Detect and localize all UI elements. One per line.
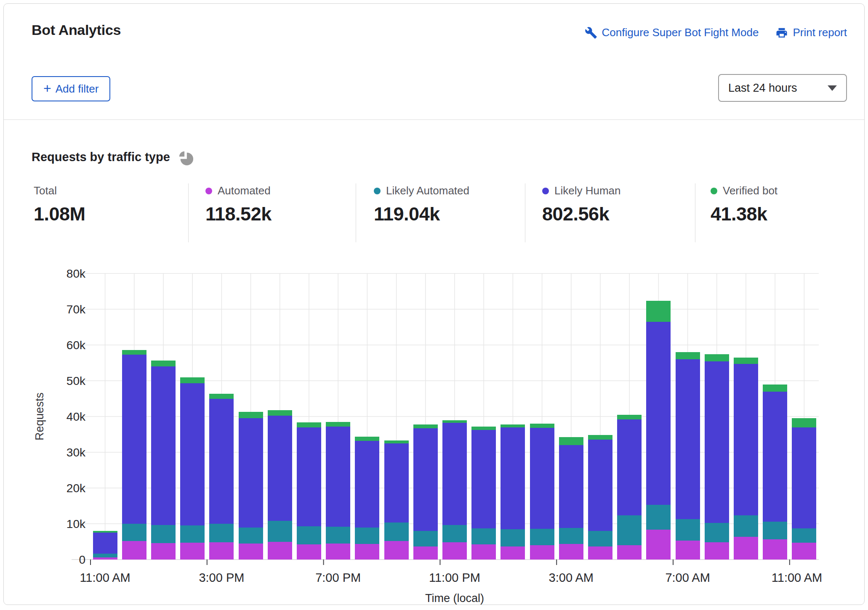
bar-segment-likely-human[interactable]: [763, 392, 787, 522]
bar-segment-likely-automated[interactable]: [442, 525, 467, 543]
bar-segment-verified-bot[interactable]: [646, 301, 671, 322]
bar-segment-verified-bot[interactable]: [413, 424, 438, 428]
bar-segment-verified-bot[interactable]: [617, 415, 642, 419]
bar-segment-likely-human[interactable]: [588, 440, 612, 531]
bar-segment-automated[interactable]: [122, 541, 146, 560]
bar-segment-likely-automated[interactable]: [705, 523, 729, 542]
bar-segment-verified-bot[interactable]: [151, 361, 176, 366]
bar-segment-likely-automated[interactable]: [326, 527, 350, 544]
bar-segment-likely-automated[interactable]: [297, 526, 321, 544]
bar-segment-likely-automated[interactable]: [180, 525, 205, 543]
bar-segment-likely-automated[interactable]: [413, 531, 438, 546]
bar-segment-likely-human[interactable]: [180, 383, 205, 525]
bar-segment-verified-bot[interactable]: [763, 385, 787, 392]
bar-segment-verified-bot[interactable]: [792, 418, 816, 427]
bar-segment-verified-bot[interactable]: [501, 424, 525, 428]
bar-segment-verified-bot[interactable]: [93, 531, 117, 533]
bar-segment-automated[interactable]: [705, 542, 729, 560]
bar-segment-likely-automated[interactable]: [93, 554, 117, 557]
bar-segment-verified-bot[interactable]: [209, 394, 234, 398]
bar-segment-automated[interactable]: [763, 539, 787, 560]
bar-segment-likely-human[interactable]: [501, 427, 525, 529]
bar-segment-likely-automated[interactable]: [151, 525, 176, 543]
bar-segment-likely-human[interactable]: [559, 445, 583, 528]
bar-segment-verified-bot[interactable]: [442, 420, 467, 423]
bar-segment-likely-human[interactable]: [442, 423, 467, 525]
bar-segment-likely-automated[interactable]: [471, 528, 496, 544]
bar-segment-likely-human[interactable]: [209, 399, 234, 524]
bar-segment-likely-automated[interactable]: [792, 528, 816, 543]
bar-segment-verified-bot[interactable]: [239, 412, 263, 418]
bar-segment-automated[interactable]: [501, 546, 525, 560]
bar-segment-verified-bot[interactable]: [384, 440, 409, 443]
bar-segment-likely-human[interactable]: [734, 364, 758, 515]
bar-segment-automated[interactable]: [355, 544, 379, 560]
bar-segment-verified-bot[interactable]: [355, 437, 379, 440]
bar-segment-automated[interactable]: [180, 543, 205, 560]
bar-segment-verified-bot[interactable]: [705, 354, 729, 361]
bar-segment-likely-human[interactable]: [355, 441, 379, 528]
bar-segment-likely-human[interactable]: [268, 416, 292, 521]
bar-segment-automated[interactable]: [676, 541, 700, 560]
bar-segment-automated[interactable]: [442, 542, 467, 560]
bar-segment-likely-automated[interactable]: [122, 524, 146, 541]
bar-segment-likely-automated[interactable]: [239, 528, 263, 544]
bar-segment-likely-automated[interactable]: [268, 521, 292, 542]
bar-segment-likely-human[interactable]: [530, 428, 554, 529]
bar-segment-verified-bot[interactable]: [326, 422, 350, 427]
bar-segment-automated[interactable]: [151, 543, 176, 560]
bar-segment-verified-bot[interactable]: [180, 377, 205, 383]
bar-segment-likely-human[interactable]: [239, 418, 263, 527]
bar-segment-likely-human[interactable]: [792, 427, 816, 529]
bar-segment-automated[interactable]: [268, 542, 292, 560]
bar-segment-automated[interactable]: [530, 545, 554, 560]
bar-segment-likely-automated[interactable]: [676, 519, 700, 541]
bar-segment-verified-bot[interactable]: [297, 422, 321, 427]
bar-segment-likely-human[interactable]: [676, 359, 700, 519]
bar-segment-likely-automated[interactable]: [734, 515, 758, 536]
bar-segment-automated[interactable]: [326, 544, 350, 560]
bar-segment-likely-automated[interactable]: [763, 522, 787, 540]
bar-segment-automated[interactable]: [588, 546, 612, 560]
bar-segment-likely-automated[interactable]: [559, 528, 583, 544]
bar-segment-automated[interactable]: [559, 544, 583, 560]
bar-segment-automated[interactable]: [297, 544, 321, 560]
bar-segment-likely-human[interactable]: [705, 361, 729, 523]
bar-segment-likely-human[interactable]: [297, 427, 321, 526]
bar-segment-likely-human[interactable]: [122, 355, 146, 524]
bar-segment-likely-human[interactable]: [646, 322, 671, 505]
bar-segment-verified-bot[interactable]: [588, 435, 612, 440]
bar-segment-likely-automated[interactable]: [588, 531, 612, 546]
bar-segment-automated[interactable]: [734, 537, 758, 560]
bar-segment-automated[interactable]: [617, 545, 642, 560]
bar-segment-likely-human[interactable]: [93, 533, 117, 554]
bar-segment-likely-human[interactable]: [384, 443, 409, 523]
bar-segment-automated[interactable]: [209, 542, 234, 560]
bar-segment-likely-automated[interactable]: [646, 505, 671, 530]
bar-segment-likely-automated[interactable]: [209, 524, 234, 542]
bar-segment-verified-bot[interactable]: [676, 352, 700, 359]
bar-segment-likely-human[interactable]: [151, 366, 176, 525]
bar-segment-verified-bot[interactable]: [559, 437, 583, 445]
bar-segment-verified-bot[interactable]: [471, 427, 496, 430]
bar-segment-automated[interactable]: [471, 544, 496, 560]
bar-segment-verified-bot[interactable]: [268, 410, 292, 416]
bar-segment-verified-bot[interactable]: [122, 350, 146, 355]
bar-segment-likely-human[interactable]: [471, 430, 496, 528]
bar-segment-likely-automated[interactable]: [384, 522, 409, 541]
bar-segment-automated[interactable]: [384, 541, 409, 560]
bar-segment-verified-bot[interactable]: [530, 424, 554, 428]
bar-segment-verified-bot[interactable]: [734, 358, 758, 364]
bar-segment-automated[interactable]: [413, 546, 438, 560]
bar-segment-automated[interactable]: [646, 530, 671, 560]
bar-segment-likely-automated[interactable]: [617, 515, 642, 545]
bar-segment-likely-automated[interactable]: [530, 529, 554, 545]
bar-segment-likely-human[interactable]: [326, 427, 350, 527]
bar-segment-likely-automated[interactable]: [355, 528, 379, 544]
bar-segment-automated[interactable]: [93, 557, 117, 560]
bar-segment-likely-human[interactable]: [413, 428, 438, 531]
bar-segment-automated[interactable]: [239, 544, 263, 560]
bar-segment-likely-human[interactable]: [617, 419, 642, 516]
bar-segment-likely-automated[interactable]: [501, 529, 525, 547]
bar-segment-automated[interactable]: [792, 543, 816, 560]
